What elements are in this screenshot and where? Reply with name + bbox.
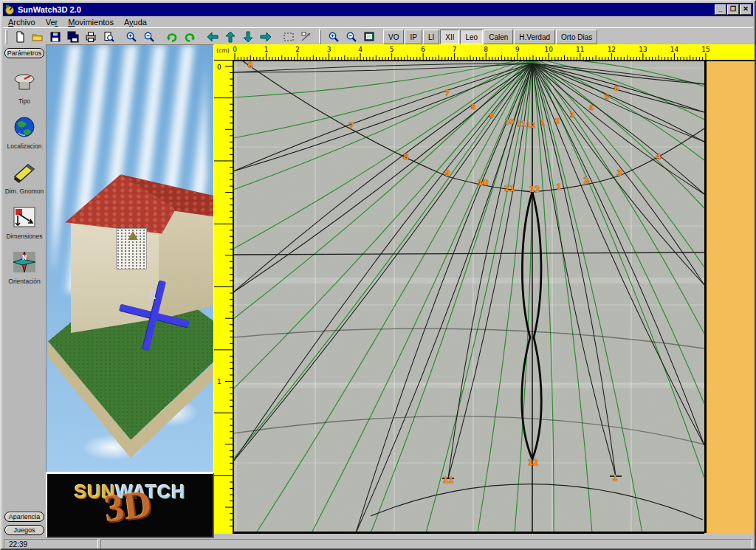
zoom-in-button[interactable]: [123, 29, 140, 45]
status-message: [100, 539, 752, 549]
svg-text:6: 6: [421, 46, 425, 53]
svg-text:4: 4: [589, 104, 594, 111]
title-bar: SunWatch3D 2.0 _ ❐ ✕: [3, 3, 753, 16]
svg-text:11: 11: [504, 184, 515, 193]
tab-juegos[interactable]: Juegos: [4, 525, 44, 535]
svg-text:11: 11: [576, 46, 584, 53]
toggle-xii[interactable]: XII: [440, 30, 459, 44]
open-folder-button[interactable]: [29, 29, 47, 45]
svg-text:1: 1: [612, 473, 617, 482]
view-tool-button[interactable]: [298, 29, 315, 45]
pan-down-icon: [242, 31, 254, 43]
view-tool-icon: [300, 31, 312, 43]
svg-text:13: 13: [639, 46, 647, 53]
tab-apariencia[interactable]: Apariencia: [4, 512, 44, 522]
new-document-button[interactable]: [11, 29, 29, 45]
svg-text:15: 15: [701, 46, 709, 53]
toggle-calen[interactable]: Calen: [484, 30, 513, 44]
sidebar-item-orientaci-n[interactable]: NOrientación: [5, 250, 44, 285]
svg-text:1: 1: [264, 46, 269, 53]
svg-text:14: 14: [670, 46, 679, 53]
svg-text:7: 7: [445, 89, 450, 97]
toolbar-group-view: VOIPLIXIILeoCalenH.VerdadOrto Dias: [323, 28, 599, 46]
toggle-h-verdad[interactable]: H.Verdad: [514, 30, 555, 44]
toggle-vo[interactable]: VO: [383, 30, 404, 44]
menu-bar: ArchivoVerMovimientosAyuda: [3, 16, 753, 27]
rotate-left-button[interactable]: [163, 29, 181, 45]
toolbar-group-file: [10, 28, 317, 46]
print-button[interactable]: [82, 29, 100, 45]
svg-text:6: 6: [247, 61, 252, 69]
sidebar-item-label: Orientación: [8, 278, 40, 285]
selection-rectangle-button[interactable]: [280, 29, 298, 45]
sundial-chart-area[interactable]: 7891011121234566789101112123411121012345…: [214, 44, 756, 538]
svg-text:9: 9: [444, 168, 450, 177]
svg-text:4: 4: [358, 46, 362, 53]
toolbar-grip[interactable]: [5, 30, 7, 44]
toggle-li[interactable]: LI: [423, 30, 439, 44]
app-window: SunWatch3D 2.0 _ ❐ ✕ ArchivoVerMovimient…: [0, 0, 756, 550]
svg-text:3: 3: [327, 46, 331, 53]
pan-left-button[interactable]: [204, 29, 221, 45]
svg-text:11: 11: [443, 475, 454, 484]
menu-movimientos[interactable]: Movimientos: [63, 17, 119, 27]
globe-icon: [11, 114, 38, 140]
toggle-ip[interactable]: IP: [405, 30, 422, 44]
pan-up-button[interactable]: [221, 29, 239, 45]
pan-right-button[interactable]: [257, 29, 275, 45]
sidebar-item-label: Dimensiones: [6, 233, 42, 240]
sundial-icon: [11, 69, 38, 94]
rotate-right-icon: [184, 31, 196, 43]
zoom-out-icon: [346, 31, 357, 43]
tab-parametros[interactable]: Parámetros: [4, 48, 44, 58]
zoom-in-icon: [328, 31, 340, 43]
svg-text:11: 11: [517, 120, 526, 128]
sidebar-item-localizacion[interactable]: Localizacion: [5, 114, 44, 150]
toolbar-grip[interactable]: [319, 30, 321, 44]
print-preview-button[interactable]: [100, 29, 117, 45]
gnomon: [128, 231, 138, 240]
zoom-out-icon: [143, 31, 155, 43]
window-controls: _ ❐ ✕: [714, 4, 752, 15]
app-icon: [4, 4, 15, 15]
sundial-chart-svg[interactable]: 7891011121234566789101112123411121012345…: [214, 44, 756, 538]
sidebar-item-dim-gnomon[interactable]: Dim. Gnomon: [5, 159, 44, 195]
svg-text:2: 2: [295, 46, 300, 53]
maximize-button[interactable]: ❐: [727, 4, 739, 15]
svg-text:2: 2: [555, 117, 560, 125]
menu-archivo[interactable]: Archivo: [3, 17, 41, 27]
toggle-orto-dias[interactable]: Orto Dias: [556, 30, 597, 44]
zoom-out-button[interactable]: [343, 29, 360, 45]
zoom-out-button[interactable]: [140, 29, 158, 45]
svg-text:12: 12: [528, 458, 539, 467]
print-icon: [85, 31, 97, 43]
sidebar-item-label: Dim. Gnomon: [5, 188, 44, 195]
svg-text:5: 5: [390, 46, 394, 53]
svg-text:6: 6: [614, 85, 619, 92]
dimensions-icon: [11, 204, 38, 230]
pan-down-button[interactable]: [239, 29, 257, 45]
save-all-button[interactable]: [64, 29, 82, 45]
menu-ver[interactable]: Ver: [41, 17, 63, 27]
save-button[interactable]: [47, 29, 64, 45]
rotate-left-icon: [166, 31, 178, 43]
sidebar-item-tipo[interactable]: Tipo: [5, 69, 44, 105]
sidebar-item-label: Tipo: [18, 97, 30, 105]
svg-text:7: 7: [453, 46, 457, 53]
minimize-button[interactable]: _: [715, 4, 726, 15]
svg-text:4: 4: [656, 152, 661, 161]
render-view-button[interactable]: [360, 29, 378, 45]
menu-ayuda[interactable]: Ayuda: [119, 17, 152, 27]
toggle-leo[interactable]: Leo: [460, 30, 483, 44]
logo-3d: 3D: [102, 481, 154, 530]
svg-text:1: 1: [540, 120, 545, 127]
zoom-in-button[interactable]: [325, 29, 343, 45]
svg-text:9: 9: [515, 46, 520, 53]
sidebar-item-dimensiones[interactable]: Dimensiones: [5, 204, 44, 240]
rotate-right-button[interactable]: [181, 29, 199, 45]
status-bar: 22:39: [3, 538, 753, 550]
close-button[interactable]: ✕: [740, 4, 752, 15]
svg-text:10: 10: [505, 118, 515, 126]
preview-3d-view[interactable]: [46, 44, 214, 472]
pan-up-icon: [224, 31, 236, 43]
